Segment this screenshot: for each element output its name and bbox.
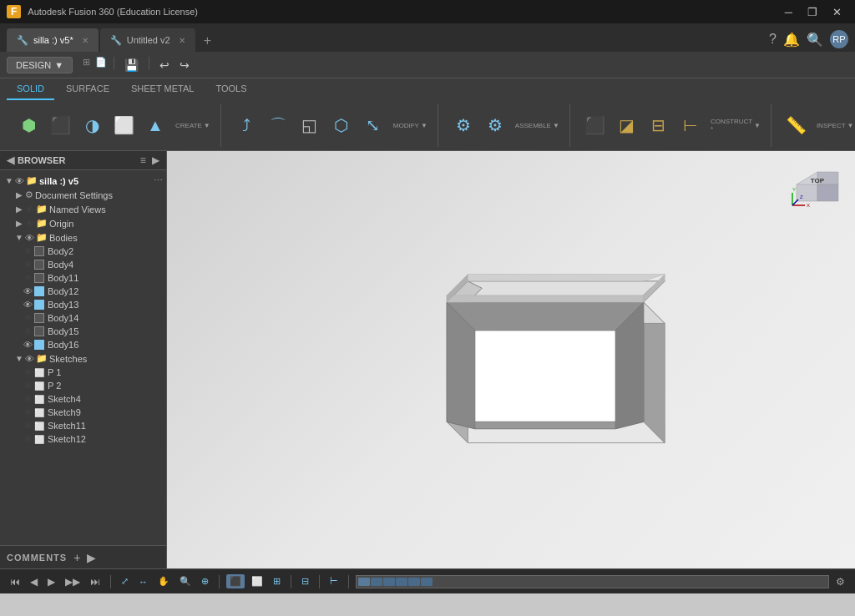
tree-body11[interactable]: 👁 Body11 [0, 271, 166, 285]
as-built-joint-button[interactable]: ⚙ [480, 114, 510, 137]
redo-button[interactable]: ↪ [176, 57, 193, 73]
visibility-sketch12-icon[interactable]: 👁 [23, 434, 33, 444]
visibility-named-views-icon[interactable]: 👁 [25, 204, 34, 215]
wireframe-button[interactable]: ⬜ [248, 574, 266, 588]
tree-root[interactable]: ▼ 👁 📁 silla :) v5 ⋯ [0, 174, 166, 188]
hidden-edges-button[interactable]: ⊞ [270, 574, 284, 588]
fillet-button[interactable]: ⌒ [263, 113, 293, 139]
pan-button[interactable]: ✋ [154, 574, 173, 588]
skip-end-button[interactable]: ⏭ [87, 574, 104, 589]
expand-bodies-icon[interactable]: ▼ [13, 233, 25, 242]
chamfer-button[interactable]: ◱ [295, 113, 325, 139]
press-pull-button[interactable]: ⤴ [231, 113, 261, 139]
minimize-button[interactable]: ─ [778, 4, 799, 20]
timeline-marker-1[interactable] [358, 578, 370, 586]
comments-add-button[interactable]: + [73, 551, 80, 564]
browser-collapse-icon[interactable]: ≡ [140, 154, 146, 166]
tab-untitled[interactable]: 🔧 Untitled v2 ✕ [100, 28, 195, 52]
tree-body14[interactable]: 👁 Body14 [0, 311, 166, 325]
visibility-body14-icon[interactable]: 👁 [23, 313, 33, 323]
snapping-button[interactable]: ⊢ [326, 574, 341, 588]
new-component-button[interactable]: ⬢ [13, 114, 43, 137]
tree-p2[interactable]: 👁 ⬜ P 2 [0, 379, 166, 392]
joint-button[interactable]: ⚙ [448, 114, 478, 137]
help-icon[interactable]: ? [769, 32, 777, 47]
tree-bodies[interactable]: ▼ 👁 📁 Bodies [0, 230, 166, 245]
timeline-settings-button[interactable]: ⚙ [832, 574, 848, 589]
search-icon[interactable]: 🔍 [807, 32, 823, 48]
offset-plane-button[interactable]: ⬛ [580, 114, 610, 137]
close-button[interactable]: ✕ [826, 4, 848, 20]
visibility-body15-icon[interactable]: 👁 [23, 326, 33, 336]
zoom-fit-button[interactable]: ↔ [135, 575, 151, 588]
visibility-p2-icon[interactable]: 👁 [23, 381, 33, 391]
play-button[interactable]: ▶ [44, 574, 58, 589]
expand-sketches-icon[interactable]: ▼ [13, 354, 25, 363]
tab-silla[interactable]: 🔧 silla :) v5* ✕ [7, 28, 99, 52]
tree-body15[interactable]: 👁 Body15 [0, 325, 166, 338]
grid-button[interactable]: ⊟ [298, 574, 312, 588]
zoom-window-button[interactable]: ⊕ [198, 574, 212, 588]
timeline-track[interactable] [356, 575, 829, 588]
visibility-sketch4-icon[interactable]: 👁 [23, 394, 33, 404]
visibility-origin-icon[interactable]: 👁 [25, 219, 34, 229]
extrude-button[interactable]: ⬛ [45, 114, 75, 137]
undo-button[interactable]: ↩ [156, 57, 173, 73]
tree-sketch9[interactable]: 👁 ⬜ Sketch9 [0, 406, 166, 419]
next-button[interactable]: ▶▶ [62, 574, 83, 589]
root-options-icon[interactable]: ⋯ [154, 175, 163, 186]
viewport[interactable]: TOP Y X Z [167, 151, 855, 568]
timeline-marker-2[interactable] [371, 578, 382, 586]
tree-doc-settings[interactable]: ▶ ⚙ Document Settings [0, 188, 166, 202]
browser-nav-left[interactable]: ◀ [7, 154, 14, 166]
tree-named-views[interactable]: ▶ 👁 📁 Named Views [0, 202, 166, 216]
prev-button[interactable]: ◀ [27, 574, 41, 589]
axis-button[interactable]: ⊢ [675, 114, 706, 137]
tree-body2[interactable]: 👁 Body2 [0, 245, 166, 258]
user-avatar[interactable]: RP [830, 30, 848, 48]
timeline-marker-3[interactable] [383, 578, 395, 586]
sweep-button[interactable]: ⬜ [109, 114, 139, 137]
skip-start-button[interactable]: ⏮ [7, 574, 23, 589]
scale-button[interactable]: ⤡ [358, 113, 388, 139]
timeline-marker-4[interactable] [396, 578, 407, 586]
browser-more-icon[interactable]: ▶ [152, 154, 159, 166]
timeline-marker-5[interactable] [408, 578, 420, 586]
visibility-p1-icon[interactable]: 👁 [23, 367, 33, 377]
expand-origin-icon[interactable]: ▶ [13, 219, 25, 228]
expand-root-icon[interactable]: ▼ [3, 176, 15, 185]
tree-body4[interactable]: 👁 Body4 [0, 258, 166, 271]
tree-sketch4[interactable]: 👁 ⬜ Sketch4 [0, 392, 166, 406]
loft-button[interactable]: ▲ [140, 114, 170, 137]
visibility-body11-icon[interactable]: 👁 [23, 273, 33, 283]
design-mode-button[interactable]: DESIGN ▼ [7, 57, 73, 73]
tree-body16[interactable]: 👁 Body16 [0, 338, 166, 351]
tree-sketches[interactable]: ▼ 👁 📁 Sketches [0, 351, 166, 366]
visibility-sketches-icon[interactable]: 👁 [25, 354, 34, 364]
visibility-body16-icon[interactable]: 👁 [23, 340, 33, 350]
tree-origin[interactable]: ▶ 👁 📁 Origin [0, 216, 166, 230]
revolve-button[interactable]: ◑ [77, 114, 107, 137]
tree-p1[interactable]: 👁 ⬜ P 1 [0, 366, 166, 379]
tree-body13[interactable]: 👁 Body13 [0, 298, 166, 311]
tab-close-icon[interactable]: ✕ [82, 36, 89, 45]
tree-sketch12[interactable]: 👁 ⬜ Sketch12 [0, 432, 166, 446]
view-cube[interactable]: TOP Y X Z [788, 159, 847, 216]
tab-sheet-metal[interactable]: SHEET METAL [121, 78, 204, 100]
visibility-body12-icon[interactable]: 👁 [23, 286, 33, 296]
tab-close2-icon[interactable]: ✕ [179, 36, 185, 45]
angle-plane-button[interactable]: ◪ [612, 114, 642, 137]
notification-icon[interactable]: 🔔 [783, 32, 800, 48]
timeline-marker-6[interactable] [421, 578, 433, 586]
fit-view-button[interactable]: ⤢ [118, 574, 132, 588]
maximize-button[interactable]: ❐ [801, 4, 824, 20]
measure-button[interactable]: 📏 [782, 114, 812, 137]
comments-more-button[interactable]: ▶ [87, 551, 96, 564]
new-tab-button[interactable]: + [197, 30, 218, 52]
visibility-body13-icon[interactable]: 👁 [23, 300, 33, 310]
visibility-sketch11-icon[interactable]: 👁 [23, 421, 33, 431]
tab-surface[interactable]: SURFACE [56, 78, 119, 100]
solid-view-button[interactable]: ⬛ [226, 574, 245, 588]
tree-body12[interactable]: 👁 Body12 [0, 285, 166, 298]
midplane-button[interactable]: ⊟ [644, 114, 674, 137]
